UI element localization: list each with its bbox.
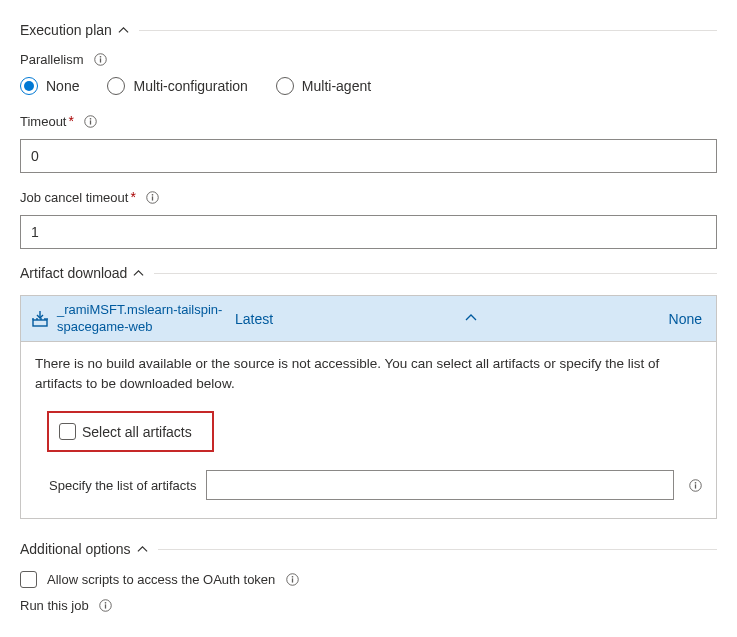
- section-title: Additional options: [20, 541, 131, 557]
- artifact-none-link[interactable]: None: [669, 311, 702, 327]
- info-icon[interactable]: [688, 478, 702, 492]
- artifact-source-icon: [31, 310, 49, 328]
- svg-rect-15: [292, 579, 293, 583]
- allow-scripts-label: Allow scripts to access the OAuth token: [47, 572, 275, 587]
- job-cancel-timeout-label: Job cancel timeout: [20, 190, 128, 205]
- svg-rect-18: [105, 605, 106, 609]
- section-header-execution-plan[interactable]: Execution plan: [20, 22, 717, 38]
- allow-scripts-checkbox[interactable]: [20, 571, 37, 588]
- required-asterisk: *: [130, 189, 135, 205]
- timeout-label-row: Timeout *: [20, 113, 717, 129]
- specify-artifacts-label: Specify the list of artifacts: [49, 478, 196, 493]
- svg-rect-8: [152, 196, 153, 200]
- radio-multi-agent[interactable]: Multi-agent: [276, 77, 371, 95]
- radio-none[interactable]: None: [20, 77, 79, 95]
- parallelism-label-row: Parallelism: [20, 52, 717, 67]
- section-title: Execution plan: [20, 22, 112, 38]
- select-all-artifacts-label: Select all artifacts: [82, 424, 192, 440]
- job-cancel-timeout-label-row: Job cancel timeout *: [20, 189, 717, 205]
- chevron-up-icon[interactable]: [465, 311, 477, 327]
- info-icon[interactable]: [99, 599, 113, 613]
- artifact-version-link[interactable]: Latest: [235, 311, 273, 327]
- radio-button-icon: [107, 77, 125, 95]
- chevron-up-icon: [137, 544, 148, 555]
- svg-rect-2: [100, 58, 101, 62]
- svg-point-7: [152, 193, 154, 195]
- timeout-label: Timeout: [20, 114, 66, 129]
- svg-rect-9: [33, 320, 47, 326]
- specify-artifacts-row: Specify the list of artifacts: [49, 470, 702, 500]
- section-header-artifact-download[interactable]: Artifact download: [20, 265, 717, 281]
- allow-scripts-row: Allow scripts to access the OAuth token: [20, 571, 717, 588]
- chevron-up-icon: [133, 268, 144, 279]
- svg-point-17: [105, 602, 107, 604]
- artifact-panel: _ramiMSFT.mslearn-tailspin-spacegame-web…: [20, 295, 717, 519]
- radio-multi-configuration[interactable]: Multi-configuration: [107, 77, 247, 95]
- svg-rect-5: [90, 120, 91, 124]
- divider: [158, 549, 717, 550]
- divider: [139, 30, 717, 31]
- artifact-message: There is no build available or the sourc…: [35, 354, 702, 393]
- info-icon[interactable]: [285, 573, 299, 587]
- svg-point-4: [90, 117, 92, 119]
- specify-artifacts-input[interactable]: [206, 470, 674, 500]
- section-header-additional-options[interactable]: Additional options: [20, 541, 717, 557]
- radio-button-icon: [20, 77, 38, 95]
- artifact-source-name: _ramiMSFT.mslearn-tailspin-spacegame-web: [57, 302, 235, 335]
- info-icon[interactable]: [146, 190, 160, 204]
- parallelism-radio-group: None Multi-configuration Multi-agent: [20, 77, 717, 95]
- radio-label: Multi-configuration: [133, 78, 247, 94]
- divider: [154, 273, 717, 274]
- radio-label: None: [46, 78, 79, 94]
- parallelism-label: Parallelism: [20, 52, 84, 67]
- chevron-up-icon: [118, 25, 129, 36]
- radio-label: Multi-agent: [302, 78, 371, 94]
- svg-rect-12: [694, 484, 695, 488]
- run-this-job-label: Run this job: [20, 598, 89, 613]
- timeout-input[interactable]: [20, 139, 717, 173]
- info-icon[interactable]: [94, 53, 108, 67]
- svg-point-11: [694, 482, 696, 484]
- svg-point-1: [100, 56, 102, 58]
- job-cancel-timeout-input[interactable]: [20, 215, 717, 249]
- select-all-artifacts-highlight: Select all artifacts: [47, 411, 214, 452]
- info-icon[interactable]: [84, 114, 98, 128]
- radio-button-icon: [276, 77, 294, 95]
- artifact-body: There is no build available or the sourc…: [21, 342, 716, 518]
- svg-point-14: [291, 576, 293, 578]
- artifact-header-row[interactable]: _ramiMSFT.mslearn-tailspin-spacegame-web…: [21, 296, 716, 342]
- select-all-artifacts-checkbox[interactable]: [59, 423, 76, 440]
- required-asterisk: *: [68, 113, 73, 129]
- section-title: Artifact download: [20, 265, 127, 281]
- run-this-job-row: Run this job: [20, 598, 717, 613]
